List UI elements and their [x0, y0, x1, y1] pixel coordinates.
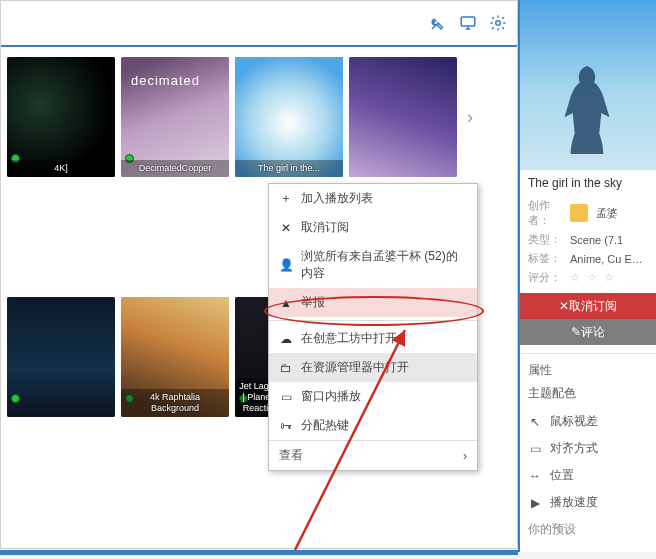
tile-caption: The girl in the...: [235, 160, 343, 177]
wallpaper-hero: [520, 0, 656, 170]
toolbar: [1, 1, 517, 47]
prop-alignment[interactable]: ▭对齐方式: [528, 435, 648, 462]
prop-label: 对齐方式: [550, 440, 598, 457]
menu-open-explorer[interactable]: 🗀在资源管理器中打开: [269, 353, 477, 382]
detail-panel: The girl in the sky 创作者：孟婆 类型：Scene (7.1…: [518, 0, 656, 552]
monitor-icon[interactable]: [459, 14, 477, 32]
unsubscribe-button[interactable]: ✕取消订阅: [520, 293, 656, 319]
prop-label: 位置: [550, 467, 574, 484]
button-label: ✎评论: [571, 324, 605, 341]
type-label: 类型：: [528, 232, 562, 247]
user-icon: 👤: [279, 258, 293, 272]
cursor-icon: ↖: [528, 415, 542, 429]
align-icon: ▭: [528, 442, 542, 456]
tile-caption: 4k Raphtalia Background: [121, 389, 229, 417]
theme-heading: 主题配色: [528, 385, 648, 402]
author-avatar[interactable]: [570, 204, 588, 222]
menu-add-playlist[interactable]: ＋加入播放列表: [269, 184, 477, 213]
menu-label: 取消订阅: [301, 219, 349, 236]
menu-unsubscribe[interactable]: ✕取消订阅: [269, 213, 477, 242]
tile-caption: 4K]: [7, 160, 115, 177]
chevron-right-icon: ›: [463, 449, 467, 463]
menu-separator: [269, 320, 477, 321]
wallpaper-tile[interactable]: [349, 57, 457, 177]
type-value: Scene (7.1: [570, 234, 623, 246]
wallpaper-tile-selected[interactable]: The girl in the...: [235, 57, 343, 177]
wallpaper-tile[interactable]: 4k Raphtalia Background: [121, 297, 229, 417]
properties-section: 属性 主题配色 ↖鼠标视差 ▭对齐方式 ↔位置 ▶播放速度 你的预设: [520, 353, 656, 551]
prop-speed[interactable]: ▶播放速度: [528, 489, 648, 516]
menu-label: 浏览所有来自孟婆干杯 (52)的内容: [301, 248, 467, 282]
bottom-accent-bar: [0, 550, 518, 555]
menu-assign-hotkey[interactable]: 🗝分配热键: [269, 411, 477, 440]
menu-label: 在资源管理器中打开: [301, 359, 409, 376]
section-heading: 属性: [528, 362, 648, 379]
your-presets: 你的预设: [528, 516, 648, 543]
author-label: 创作者：: [528, 198, 562, 228]
gear-icon[interactable]: [489, 14, 507, 32]
menu-label: 在创意工坊中打开: [301, 330, 397, 347]
tags-label: 标签：: [528, 251, 562, 266]
cloud-icon: ☁: [279, 332, 293, 346]
menu-label: 查看: [279, 447, 303, 464]
menu-open-workshop[interactable]: ☁在创意工坊中打开: [269, 324, 477, 353]
play-icon: ▶: [528, 496, 542, 510]
menu-label: 举报: [301, 294, 325, 311]
warning-icon: ▲: [279, 296, 293, 310]
author-name[interactable]: 孟婆: [596, 206, 618, 221]
menu-label: 窗口内播放: [301, 388, 361, 405]
prop-position[interactable]: ↔位置: [528, 462, 648, 489]
prop-label: 播放速度: [550, 494, 598, 511]
comments-button[interactable]: ✎评论: [520, 319, 656, 345]
menu-report[interactable]: ▲举报: [269, 288, 477, 317]
x-icon: ✕: [279, 221, 293, 235]
gallery-row: 4K] DecimatedCopper The girl in the... ›: [7, 57, 511, 177]
tools-icon[interactable]: [429, 14, 447, 32]
wallpaper-title: The girl in the sky: [520, 170, 656, 194]
context-menu: ＋加入播放列表 ✕取消订阅 👤浏览所有来自孟婆干杯 (52)的内容 ▲举报 ☁在…: [268, 183, 478, 471]
plus-icon: ＋: [279, 190, 293, 207]
scroll-right[interactable]: ›: [463, 57, 477, 177]
wallpaper-tile[interactable]: [7, 297, 115, 417]
key-icon: 🗝: [279, 419, 293, 433]
rating-stars[interactable]: ☆ ☆ ☆: [570, 271, 616, 284]
button-label: ✕取消订阅: [559, 298, 617, 315]
position-icon: ↔: [528, 469, 542, 483]
online-badge: [11, 394, 20, 403]
menu-view[interactable]: 查看›: [269, 440, 477, 470]
wallpaper-tile[interactable]: DecimatedCopper: [121, 57, 229, 177]
tile-caption: DecimatedCopper: [121, 160, 229, 177]
action-buttons: ✕取消订阅 ✎评论: [520, 293, 656, 345]
menu-label: 加入播放列表: [301, 190, 373, 207]
prop-label: 鼠标视差: [550, 413, 598, 430]
tags-value: Anime, Cu Everyone: [570, 253, 648, 265]
menu-window-preview[interactable]: ▭窗口内播放: [269, 382, 477, 411]
wallpaper-meta: 创作者：孟婆 类型：Scene (7.1 标签：Anime, Cu Everyo…: [520, 198, 656, 285]
wallpaper-tile[interactable]: 4K]: [7, 57, 115, 177]
menu-label: 分配热键: [301, 417, 349, 434]
window-icon: ▭: [279, 390, 293, 404]
svg-point-1: [496, 21, 501, 26]
folder-icon: 🗀: [279, 361, 293, 375]
prop-label: 你的预设: [528, 521, 576, 538]
prop-parallax[interactable]: ↖鼠标视差: [528, 408, 648, 435]
girl-silhouette: [556, 62, 618, 154]
rating-label: 评分：: [528, 270, 562, 285]
svg-rect-0: [461, 17, 475, 26]
menu-browse-author[interactable]: 👤浏览所有来自孟婆干杯 (52)的内容: [269, 242, 477, 288]
